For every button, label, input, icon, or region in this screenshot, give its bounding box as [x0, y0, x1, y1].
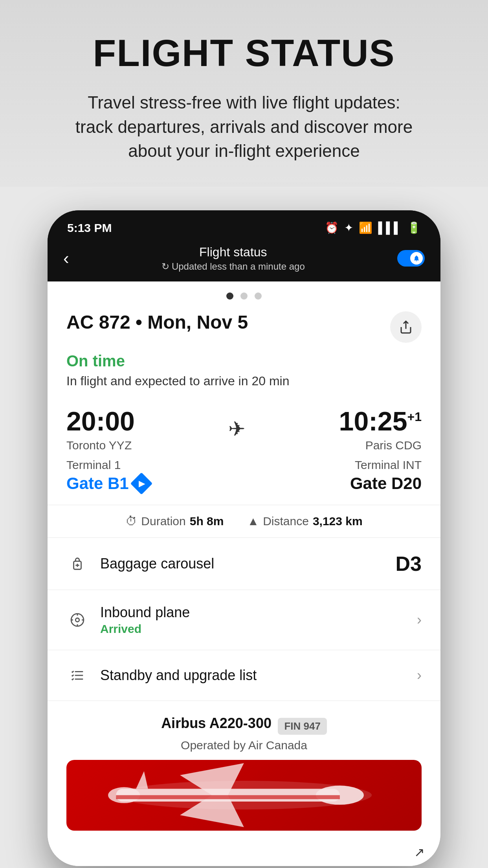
- list-item[interactable]: Baggage carousel D3: [48, 537, 440, 590]
- nav-center: Flight status ↻ Updated less than a minu…: [161, 245, 305, 272]
- baggage-icon: [66, 553, 88, 575]
- flight-header: AC 872 • Mon, Nov 5: [48, 303, 440, 352]
- flight-id: AC 872 • Mon, Nov 5: [66, 311, 248, 333]
- departure-city: Toronto YYZ: [66, 439, 135, 452]
- nav-updated: ↻ Updated less than a minute ago: [161, 261, 305, 272]
- inbound-plane-chevron: ›: [417, 612, 422, 628]
- signal-icon: ▌▌▌: [378, 222, 402, 234]
- departure-terminal: Terminal 1: [66, 458, 149, 472]
- standby-list-chevron: ›: [417, 667, 422, 684]
- bottom-indicator: ↗: [48, 839, 440, 866]
- aircraft-image: [66, 760, 422, 831]
- baggage-carousel-value: D3: [396, 552, 422, 576]
- list-item[interactable]: Inbound plane Arrived ›: [48, 590, 440, 650]
- duration-item: ⏱ Duration 5h 8m: [125, 515, 224, 528]
- battery-icon: 🔋: [407, 221, 421, 234]
- svg-rect-19: [116, 795, 340, 799]
- flight-direction-icon: ✈: [228, 417, 246, 441]
- baggage-carousel-content: Baggage carousel: [100, 555, 396, 572]
- aircraft-fin: FIN 947: [278, 718, 327, 735]
- inbound-plane-icon: [66, 609, 88, 631]
- standby-list-title: Standby and upgrade list: [100, 667, 409, 684]
- svg-point-4: [75, 618, 79, 622]
- list-section: Baggage carousel D3: [48, 537, 440, 701]
- dot-1[interactable]: [226, 292, 233, 300]
- duration-icon: ⏱: [125, 515, 137, 528]
- inbound-plane-status: Arrived: [100, 622, 409, 636]
- distance-label: Distance: [263, 515, 309, 528]
- terminal-gate-row: Terminal 1 Gate B1 Terminal INT Gate D20: [66, 458, 422, 493]
- top-section: FLIGHT STATUS Travel stress-free with li…: [0, 0, 488, 187]
- svg-marker-18: [136, 771, 148, 789]
- phone-mockup: 5:13 PM ⏰ ✦ 📶 ▌▌▌ 🔋 ‹ Flight status ↻ Up…: [48, 210, 440, 866]
- page-subtitle: Travel stress-free with live flight upda…: [67, 90, 421, 163]
- nav-bar: ‹ Flight status ↻ Updated less than a mi…: [48, 239, 440, 281]
- aircraft-header: Airbus A220-300 FIN 947: [66, 715, 422, 735]
- standby-list-content: Standby and upgrade list: [100, 667, 409, 684]
- duration-label: Duration: [141, 515, 185, 528]
- nav-title: Flight status: [161, 245, 305, 259]
- standby-list-icon: [66, 664, 88, 686]
- arrival-time: 10:25+1: [339, 406, 422, 436]
- gate-direction-icon: [130, 472, 152, 495]
- departure-gate: Gate B1: [66, 474, 149, 493]
- aircraft-section: Airbus A220-300 FIN 947 Operated by Air …: [48, 701, 440, 839]
- dot-3[interactable]: [255, 292, 262, 300]
- refresh-icon: ↻: [161, 261, 169, 272]
- aircraft-model: Airbus A220-300: [161, 715, 272, 731]
- page-title: FLIGHT STATUS: [31, 31, 457, 75]
- share-button[interactable]: [390, 311, 422, 343]
- departure-info: 20:00 Toronto YYZ: [66, 406, 135, 452]
- bell-icon: [410, 252, 423, 265]
- baggage-carousel-title: Baggage carousel: [100, 555, 396, 572]
- route-times-row: 20:00 Toronto YYZ ✈ 10:25+1 Paris CDG: [66, 406, 422, 452]
- arrival-info: 10:25+1 Paris CDG: [339, 406, 422, 452]
- route-section: 20:00 Toronto YYZ ✈ 10:25+1 Paris CDG Te…: [48, 396, 440, 501]
- distance-value: 3,123 km: [313, 515, 363, 528]
- arrival-terminal: Terminal INT: [350, 458, 422, 472]
- duration-distance-row: ⏱ Duration 5h 8m ▲ Distance 3,123 km: [48, 505, 440, 537]
- departure-terminal-gate: Terminal 1 Gate B1: [66, 458, 149, 493]
- dot-2[interactable]: [240, 292, 248, 300]
- phone-content: AC 872 • Mon, Nov 5 On time In flight an…: [48, 281, 440, 866]
- bluetooth-icon: ✦: [344, 221, 353, 234]
- wifi-icon: 📶: [359, 221, 372, 234]
- status-icons: ⏰ ✦ 📶 ▌▌▌ 🔋: [325, 221, 421, 234]
- distance-icon: ▲: [247, 515, 259, 528]
- duration-value: 5h 8m: [190, 515, 224, 528]
- flight-status-section: On time In flight and expected to arrive…: [48, 352, 440, 396]
- notification-toggle[interactable]: [397, 250, 425, 267]
- list-item[interactable]: Standby and upgrade list ›: [48, 650, 440, 701]
- arrival-city: Paris CDG: [339, 439, 422, 452]
- arrival-gate: Gate D20: [350, 474, 422, 493]
- inbound-plane-content: Inbound plane Arrived: [100, 604, 409, 636]
- expand-icon[interactable]: ↗: [414, 845, 425, 860]
- on-time-label: On time: [66, 352, 422, 370]
- aircraft-operator: Operated by Air Canada: [66, 739, 422, 752]
- pagination: [48, 281, 440, 303]
- distance-item: ▲ Distance 3,123 km: [247, 515, 362, 528]
- back-button[interactable]: ‹: [63, 248, 69, 268]
- inbound-plane-title: Inbound plane: [100, 604, 409, 621]
- status-time: 5:13 PM: [67, 221, 112, 235]
- alarm-icon: ⏰: [325, 221, 339, 234]
- status-description: In flight and expected to arrive in 20 m…: [66, 374, 422, 388]
- phone-frame: 5:13 PM ⏰ ✦ 📶 ▌▌▌ 🔋 ‹ Flight status ↻ Up…: [48, 210, 440, 866]
- status-bar: 5:13 PM ⏰ ✦ 📶 ▌▌▌ 🔋: [48, 210, 440, 239]
- departure-time: 20:00: [66, 406, 135, 436]
- arrival-terminal-gate: Terminal INT Gate D20: [350, 458, 422, 493]
